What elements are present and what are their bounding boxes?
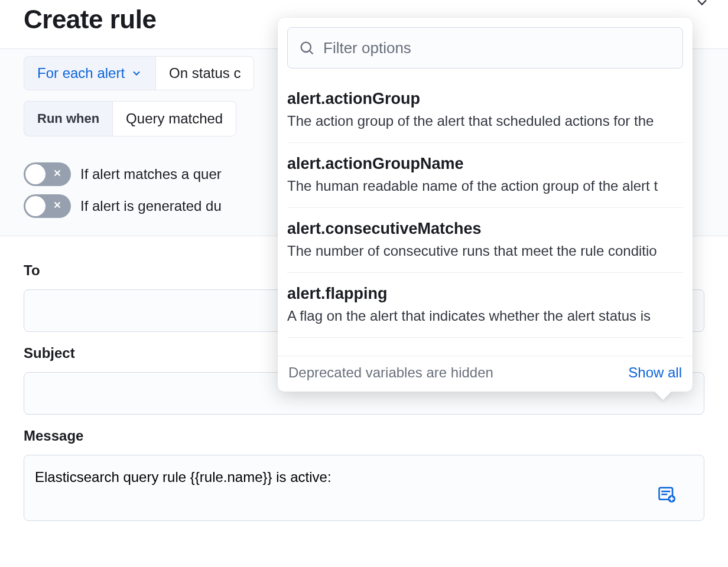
insert-variable-button[interactable] [658,485,675,503]
x-icon [52,200,63,213]
option-peek [287,338,683,356]
message-textarea[interactable] [24,455,704,521]
option-alert-consecutivematches[interactable]: alert.consecutiveMatches The number of c… [287,208,683,273]
status-condition-text: On status c [156,56,254,90]
deprecated-hint: Deprecated variables are hidden [288,364,493,381]
toggle-timeframe-label: If alert is generated du [80,198,222,214]
toggle-query-match-label: If alert matches a quer [80,166,222,183]
close-icon[interactable] [694,0,710,15]
svg-point-4 [301,43,311,52]
show-all-link[interactable]: Show all [628,364,682,381]
toggle-timeframe[interactable] [24,194,71,218]
svg-line-5 [310,51,313,54]
toggle-query-match[interactable] [24,162,71,186]
options-list: alert.actionGroup The action group of th… [278,78,693,356]
frequency-dropdown[interactable]: For each alert [24,56,156,90]
filter-input[interactable] [323,39,672,57]
option-alert-flapping[interactable]: alert.flapping A flag on the alert that … [287,273,683,338]
frequency-label: For each alert [37,65,125,82]
option-alert-actiongroupname[interactable]: alert.actionGroupName The human readable… [287,143,683,208]
filter-input-wrap[interactable] [287,27,683,69]
option-alert-actiongroup[interactable]: alert.actionGroup The action group of th… [287,78,683,143]
message-label: Message [24,428,704,444]
variable-popover: alert.actionGroup The action group of th… [278,18,693,392]
search-icon [298,40,315,56]
x-icon [52,168,63,181]
run-when-label: Run when [24,101,112,136]
run-when-select[interactable]: Query matched [112,101,236,136]
